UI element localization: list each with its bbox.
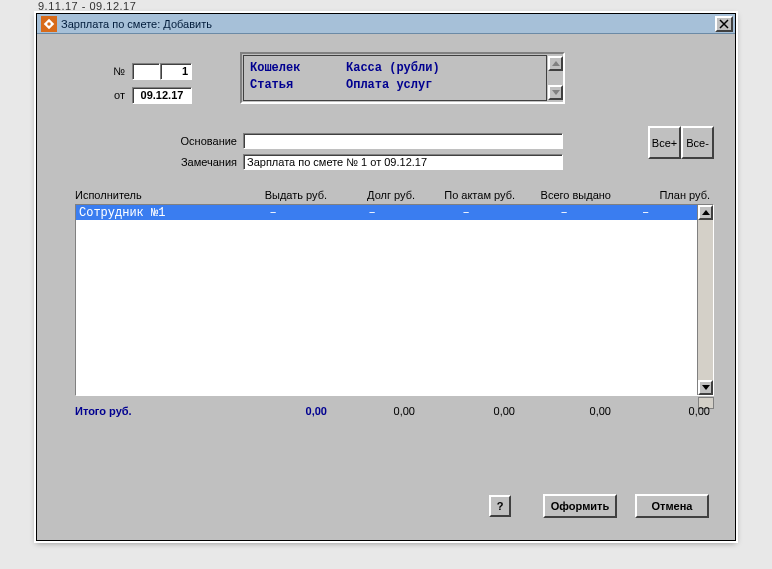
col-acts: По актам руб. <box>415 189 515 203</box>
basis-label: Основание <box>167 135 237 147</box>
date-input[interactable]: 09.12.17 <box>132 87 192 104</box>
help-button[interactable]: ? <box>489 495 511 517</box>
totals-debt: 0,00 <box>327 405 415 417</box>
date-label: от <box>97 89 125 101</box>
select-all-group: Все+ Все- <box>648 126 714 159</box>
cancel-button[interactable]: Отмена <box>635 494 709 518</box>
group-scroll-down-icon[interactable] <box>548 85 563 100</box>
notes-label: Замечания <box>167 156 237 168</box>
number-label: № <box>97 65 125 77</box>
totals-plan: 0,00 <box>611 405 714 417</box>
cell-total: – <box>516 206 612 220</box>
col-debt: Долг руб. <box>327 189 415 203</box>
cell-give: – <box>218 206 328 220</box>
number-prefix-input[interactable] <box>132 63 160 80</box>
deselect-all-button[interactable]: Все- <box>681 126 714 159</box>
cell-acts: – <box>416 206 516 220</box>
window-title: Зарплата по смете: Добавить <box>61 18 711 30</box>
scroll-down-icon[interactable] <box>698 380 713 395</box>
article-key: Статья <box>250 78 346 94</box>
article-value[interactable]: Оплата услуг <box>346 78 542 94</box>
grid-body[interactable]: Сотрудник №1 – – – – – <box>75 204 714 396</box>
totals-row: Итого руб. 0,00 0,00 0,00 0,00 0,00 <box>75 403 714 419</box>
stray-date-range: 9.11.17 - 09.12.17 <box>38 0 136 12</box>
col-plan: План руб. <box>611 189 714 203</box>
totals-give: 0,00 <box>217 405 327 417</box>
basis-input[interactable] <box>243 133 563 149</box>
notes-input[interactable]: Зарплата по смете № 1 от 09.12.17 <box>243 154 563 170</box>
cell-executor: Сотрудник №1 <box>76 206 218 220</box>
grid-scrollbar[interactable] <box>697 205 713 395</box>
submit-button[interactable]: Оформить <box>543 494 617 518</box>
totals-total: 0,00 <box>515 405 611 417</box>
wallet-value[interactable]: Касса (рубли) <box>346 61 542 77</box>
dialog-buttons: ? Оформить Отмена <box>489 494 709 518</box>
cell-debt: – <box>328 206 416 220</box>
select-all-button[interactable]: Все+ <box>648 126 681 159</box>
close-icon[interactable] <box>715 16 733 32</box>
grid-header-row: Исполнитель Выдать руб. Долг руб. По акт… <box>75 189 714 203</box>
app-icon <box>41 16 57 32</box>
col-total: Всего выдано <box>515 189 611 203</box>
col-give: Выдать руб. <box>217 189 327 203</box>
dialog-window: Зарплата по смете: Добавить № 1 от 09.12… <box>36 13 736 541</box>
cell-plan: – <box>612 206 697 220</box>
number-input[interactable]: 1 <box>160 63 192 80</box>
wallet-key: Кошелек <box>250 61 346 77</box>
group-scroll-up-icon[interactable] <box>548 56 563 71</box>
svg-point-0 <box>47 22 51 26</box>
totals-label: Итого руб. <box>75 405 217 417</box>
col-executor: Исполнитель <box>75 189 217 203</box>
title-bar: Зарплата по смете: Добавить <box>37 14 735 34</box>
totals-acts: 0,00 <box>415 405 515 417</box>
scroll-up-icon[interactable] <box>698 205 713 220</box>
classification-group: Кошелек Касса (рубли) Статья Оплата услу… <box>240 52 565 104</box>
table-row[interactable]: Сотрудник №1 – – – – – <box>76 205 697 220</box>
